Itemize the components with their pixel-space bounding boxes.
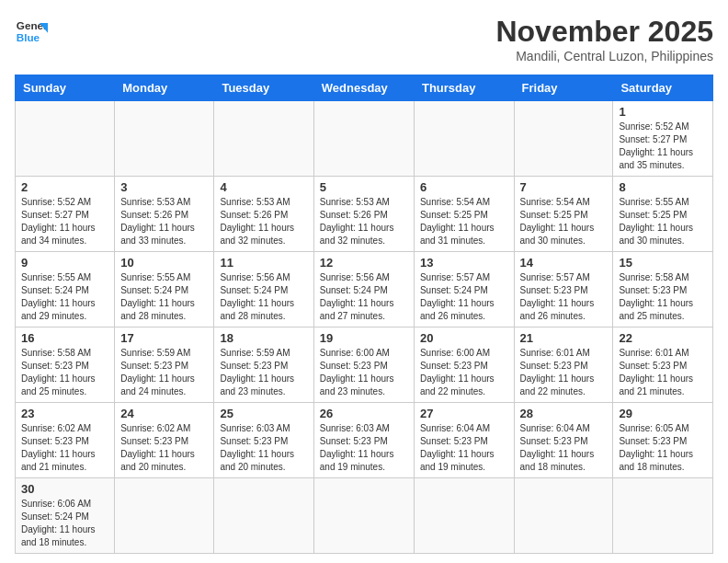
day-number: 25 <box>220 407 307 420</box>
calendar-week-row-2: 9Sunrise: 5:55 AM Sunset: 5:24 PM Daylig… <box>16 252 713 327</box>
calendar-cell: 23Sunrise: 6:02 AM Sunset: 5:23 PM Dayli… <box>16 403 115 478</box>
logo-icon: General Blue <box>15 15 48 48</box>
day-info: Sunrise: 5:58 AM Sunset: 5:23 PM Dayligh… <box>619 271 707 323</box>
calendar-cell <box>514 101 613 177</box>
calendar-cell <box>115 478 214 554</box>
day-number: 3 <box>120 180 208 194</box>
weekday-header-wednesday: Wednesday <box>313 75 414 101</box>
weekday-header-sunday: Sunday <box>16 75 115 101</box>
day-info: Sunrise: 5:54 AM Sunset: 5:25 PM Dayligh… <box>520 196 608 247</box>
title-area: November 2025 Mandili, Central Luzon, Ph… <box>495 15 713 63</box>
day-info: Sunrise: 6:01 AM Sunset: 5:23 PM Dayligh… <box>520 347 608 398</box>
calendar-cell: 22Sunrise: 6:01 AM Sunset: 5:23 PM Dayli… <box>613 327 713 403</box>
day-number: 17 <box>120 331 208 345</box>
calendar-week-row-1: 2Sunrise: 5:52 AM Sunset: 5:27 PM Daylig… <box>16 177 713 252</box>
day-number: 9 <box>21 256 108 270</box>
calendar-cell: 16Sunrise: 5:58 AM Sunset: 5:23 PM Dayli… <box>16 327 115 403</box>
calendar-cell: 15Sunrise: 5:58 AM Sunset: 5:23 PM Dayli… <box>613 252 713 327</box>
day-number: 15 <box>619 256 707 270</box>
calendar-cell: 24Sunrise: 6:02 AM Sunset: 5:23 PM Dayli… <box>115 403 214 478</box>
calendar-week-row-4: 23Sunrise: 6:02 AM Sunset: 5:23 PM Dayli… <box>16 403 713 478</box>
calendar-cell: 1Sunrise: 5:52 AM Sunset: 5:27 PM Daylig… <box>613 101 713 177</box>
day-info: Sunrise: 6:04 AM Sunset: 5:23 PM Dayligh… <box>520 422 608 474</box>
calendar-cell <box>214 478 313 554</box>
calendar-cell: 9Sunrise: 5:55 AM Sunset: 5:24 PM Daylig… <box>16 252 115 327</box>
day-number: 29 <box>619 407 707 420</box>
calendar-cell: 11Sunrise: 5:56 AM Sunset: 5:24 PM Dayli… <box>214 252 313 327</box>
calendar-cell: 6Sunrise: 5:54 AM Sunset: 5:25 PM Daylig… <box>414 177 514 252</box>
day-info: Sunrise: 5:55 AM Sunset: 5:25 PM Dayligh… <box>619 196 707 247</box>
calendar-cell <box>414 101 514 177</box>
day-number: 24 <box>120 407 208 420</box>
weekday-header-saturday: Saturday <box>613 75 713 101</box>
day-info: Sunrise: 5:57 AM Sunset: 5:24 PM Dayligh… <box>420 271 508 323</box>
calendar-week-row-5: 30Sunrise: 6:06 AM Sunset: 5:24 PM Dayli… <box>16 478 713 554</box>
calendar-cell: 26Sunrise: 6:03 AM Sunset: 5:23 PM Dayli… <box>313 403 414 478</box>
day-number: 10 <box>120 256 208 270</box>
day-number: 26 <box>320 407 408 420</box>
day-number: 20 <box>420 331 508 345</box>
calendar-cell: 18Sunrise: 5:59 AM Sunset: 5:23 PM Dayli… <box>214 327 313 403</box>
day-info: Sunrise: 5:55 AM Sunset: 5:24 PM Dayligh… <box>21 271 108 323</box>
day-number: 19 <box>320 331 408 345</box>
day-info: Sunrise: 6:00 AM Sunset: 5:23 PM Dayligh… <box>420 347 508 398</box>
calendar-cell <box>313 478 414 554</box>
day-number: 2 <box>21 180 108 194</box>
day-number: 13 <box>420 256 508 270</box>
weekday-header-thursday: Thursday <box>414 75 514 101</box>
day-number: 8 <box>619 180 707 194</box>
calendar: SundayMondayTuesdayWednesdayThursdayFrid… <box>15 75 713 554</box>
day-info: Sunrise: 5:56 AM Sunset: 5:24 PM Dayligh… <box>320 271 408 323</box>
calendar-cell: 3Sunrise: 5:53 AM Sunset: 5:26 PM Daylig… <box>115 177 214 252</box>
calendar-cell: 7Sunrise: 5:54 AM Sunset: 5:25 PM Daylig… <box>514 177 613 252</box>
calendar-cell: 29Sunrise: 6:05 AM Sunset: 5:23 PM Dayli… <box>613 403 713 478</box>
day-number: 27 <box>420 407 508 420</box>
calendar-cell: 4Sunrise: 5:53 AM Sunset: 5:26 PM Daylig… <box>214 177 313 252</box>
day-number: 11 <box>220 256 307 270</box>
calendar-cell: 20Sunrise: 6:00 AM Sunset: 5:23 PM Dayli… <box>414 327 514 403</box>
calendar-cell: 8Sunrise: 5:55 AM Sunset: 5:25 PM Daylig… <box>613 177 713 252</box>
calendar-cell: 27Sunrise: 6:04 AM Sunset: 5:23 PM Dayli… <box>414 403 514 478</box>
header: General Blue November 2025 Mandili, Cent… <box>15 15 713 63</box>
day-info: Sunrise: 5:54 AM Sunset: 5:25 PM Dayligh… <box>420 196 508 247</box>
day-info: Sunrise: 5:59 AM Sunset: 5:23 PM Dayligh… <box>120 347 208 398</box>
weekday-header-monday: Monday <box>115 75 214 101</box>
day-number: 4 <box>220 180 307 194</box>
calendar-cell: 5Sunrise: 5:53 AM Sunset: 5:26 PM Daylig… <box>313 177 414 252</box>
day-info: Sunrise: 6:05 AM Sunset: 5:23 PM Dayligh… <box>619 422 707 474</box>
day-info: Sunrise: 6:02 AM Sunset: 5:23 PM Dayligh… <box>21 422 108 474</box>
day-number: 28 <box>520 407 608 420</box>
day-info: Sunrise: 5:53 AM Sunset: 5:26 PM Dayligh… <box>120 196 208 247</box>
day-info: Sunrise: 5:56 AM Sunset: 5:24 PM Dayligh… <box>220 271 307 323</box>
calendar-cell: 12Sunrise: 5:56 AM Sunset: 5:24 PM Dayli… <box>313 252 414 327</box>
day-number: 7 <box>520 180 608 194</box>
calendar-cell <box>16 101 115 177</box>
day-info: Sunrise: 6:01 AM Sunset: 5:23 PM Dayligh… <box>619 347 707 398</box>
calendar-cell: 10Sunrise: 5:55 AM Sunset: 5:24 PM Dayli… <box>115 252 214 327</box>
day-info: Sunrise: 5:59 AM Sunset: 5:23 PM Dayligh… <box>220 347 307 398</box>
day-info: Sunrise: 5:52 AM Sunset: 5:27 PM Dayligh… <box>21 196 108 247</box>
day-number: 30 <box>21 482 108 496</box>
day-info: Sunrise: 6:03 AM Sunset: 5:23 PM Dayligh… <box>320 422 408 474</box>
calendar-cell: 28Sunrise: 6:04 AM Sunset: 5:23 PM Dayli… <box>514 403 613 478</box>
calendar-cell: 17Sunrise: 5:59 AM Sunset: 5:23 PM Dayli… <box>115 327 214 403</box>
location-title: Mandili, Central Luzon, Philippines <box>495 49 713 63</box>
calendar-cell <box>514 478 613 554</box>
calendar-week-row-0: 1Sunrise: 5:52 AM Sunset: 5:27 PM Daylig… <box>16 101 713 177</box>
calendar-cell: 25Sunrise: 6:03 AM Sunset: 5:23 PM Dayli… <box>214 403 313 478</box>
calendar-cell <box>613 478 713 554</box>
weekday-header-tuesday: Tuesday <box>214 75 313 101</box>
day-number: 12 <box>320 256 408 270</box>
calendar-cell: 2Sunrise: 5:52 AM Sunset: 5:27 PM Daylig… <box>16 177 115 252</box>
calendar-week-row-3: 16Sunrise: 5:58 AM Sunset: 5:23 PM Dayli… <box>16 327 713 403</box>
day-number: 23 <box>21 407 108 420</box>
day-number: 21 <box>520 331 608 345</box>
calendar-cell: 19Sunrise: 6:00 AM Sunset: 5:23 PM Dayli… <box>313 327 414 403</box>
svg-text:Blue: Blue <box>17 31 40 43</box>
day-info: Sunrise: 5:55 AM Sunset: 5:24 PM Dayligh… <box>120 271 208 323</box>
calendar-cell <box>414 478 514 554</box>
day-number: 5 <box>320 180 408 194</box>
day-info: Sunrise: 5:53 AM Sunset: 5:26 PM Dayligh… <box>220 196 307 247</box>
calendar-cell: 13Sunrise: 5:57 AM Sunset: 5:24 PM Dayli… <box>414 252 514 327</box>
day-number: 16 <box>21 331 108 345</box>
